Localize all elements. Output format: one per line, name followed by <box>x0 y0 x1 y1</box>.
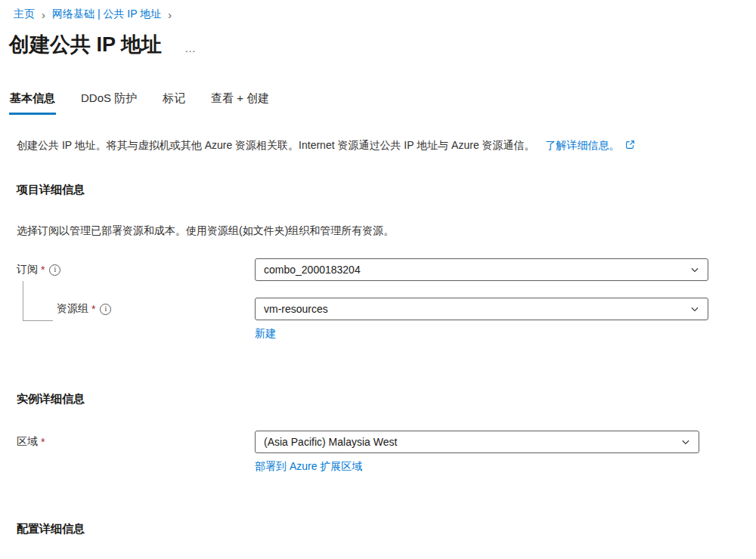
external-link-icon[interactable] <box>625 137 635 156</box>
subscription-dropdown[interactable]: combo_2000183204 <box>255 258 708 281</box>
breadcrumb-separator-icon: › <box>168 9 172 20</box>
subscription-label: 订阅* <box>17 258 255 276</box>
region-label: 区域* <box>17 431 255 449</box>
title-row: 创建公共 IP 地址 … <box>9 32 756 57</box>
required-asterisk: * <box>41 264 45 276</box>
project-details-heading: 项目详细信息 <box>17 183 756 197</box>
required-asterisk: * <box>91 303 95 315</box>
chevron-down-icon <box>689 304 700 314</box>
instance-details-heading: 实例详细信息 <box>17 392 756 406</box>
basics-tab-content: 创建公共 IP 地址。将其与虚拟机或其他 Azure 资源相关联。Interne… <box>17 136 756 536</box>
tab-tags[interactable]: 标记 <box>162 88 186 115</box>
resource-group-value: vm-resources <box>264 303 328 315</box>
region-value: (Asia Pacific) Malaysia West <box>264 436 397 448</box>
breadcrumb-home-link[interactable]: 主页 <box>14 8 35 21</box>
learn-more-link[interactable]: 了解详细信息。 <box>546 139 620 151</box>
subscription-value: combo_2000183204 <box>264 264 361 276</box>
region-dropdown[interactable]: (Asia Pacific) Malaysia West <box>255 431 699 453</box>
tab-bar: 基本信息 DDoS 防护 标记 查看 + 创建 <box>9 88 756 115</box>
subscription-field-row: 订阅* combo_2000183204 <box>17 258 756 281</box>
more-menu-icon[interactable]: … <box>184 42 197 57</box>
breadcrumb: 主页 › 网络基础 | 公共 IP 地址 › <box>0 0 756 21</box>
tab-review-create[interactable]: 查看 + 创建 <box>210 88 270 115</box>
region-field-row: 区域* (Asia Pacific) Malaysia West 部署到 Azu… <box>17 431 756 474</box>
resource-group-field-row: 资源组* vm-resources 新建 <box>17 298 756 341</box>
breadcrumb-public-ip-link[interactable]: 网络基础 | 公共 IP 地址 <box>52 8 161 21</box>
breadcrumb-separator-icon: › <box>42 9 45 20</box>
configuration-details-heading: 配置详细信息 <box>17 522 756 536</box>
chevron-down-icon <box>680 437 691 447</box>
tab-basics[interactable]: 基本信息 <box>9 88 56 115</box>
resource-group-dropdown[interactable]: vm-resources <box>255 298 708 320</box>
info-icon[interactable] <box>100 304 111 315</box>
tab-ddos-protection[interactable]: DDoS 防护 <box>80 88 138 115</box>
project-details-description: 选择订阅以管理已部署资源和成本。使用资源组(如文件夹)组织和管理所有资源。 <box>17 223 756 239</box>
create-new-resource-group-link[interactable]: 新建 <box>255 327 276 341</box>
info-icon[interactable] <box>49 264 60 276</box>
required-asterisk: * <box>41 436 45 448</box>
chevron-down-icon <box>689 264 700 275</box>
deploy-edge-zone-link[interactable]: 部署到 Azure 扩展区域 <box>255 460 362 474</box>
page-title: 创建公共 IP 地址 <box>9 32 162 57</box>
tree-connector <box>23 281 53 321</box>
intro-text: 创建公共 IP 地址。将其与虚拟机或其他 Azure 资源相关联。Interne… <box>17 136 703 156</box>
intro-description: 创建公共 IP 地址。将其与虚拟机或其他 Azure 资源相关联。Interne… <box>17 139 535 151</box>
